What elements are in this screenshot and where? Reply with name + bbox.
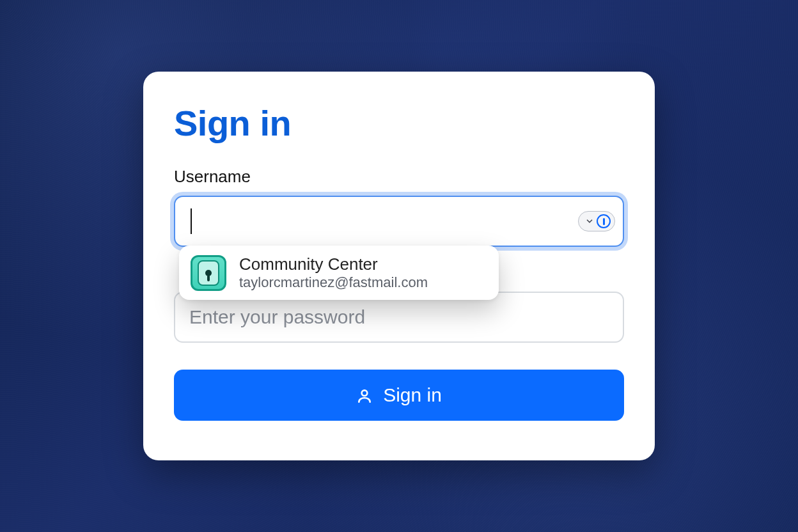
chevron-down-icon — [585, 217, 594, 226]
page-title: Sign in — [174, 102, 624, 144]
signin-button[interactable]: Sign in — [174, 370, 624, 421]
text-caret — [191, 208, 192, 234]
autofill-suggestion[interactable]: Community Center taylorcmartinez@fastmai… — [179, 246, 499, 300]
lock-icon — [191, 255, 226, 291]
username-field-wrap: Community Center taylorcmartinez@fastmai… — [174, 196, 624, 247]
signin-button-label: Sign in — [383, 384, 442, 406]
autofill-suggestion-text: Community Center taylorcmartinez@fastmai… — [239, 254, 428, 291]
onepassword-icon — [597, 214, 611, 228]
signin-card: Sign in Username Community Center taylor… — [143, 72, 655, 460]
username-label: Username — [174, 167, 624, 187]
svg-point-0 — [362, 390, 368, 396]
autofill-site-name: Community Center — [239, 254, 428, 274]
password-manager-pill[interactable] — [578, 211, 615, 231]
username-input[interactable] — [174, 196, 624, 247]
autofill-account: taylorcmartinez@fastmail.com — [239, 274, 428, 291]
user-icon — [356, 387, 373, 403]
